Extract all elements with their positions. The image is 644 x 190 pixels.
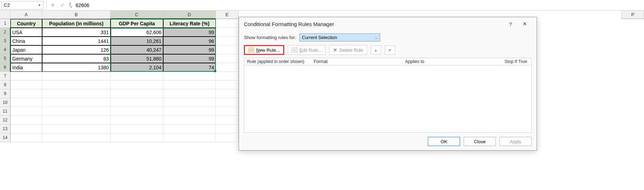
cell[interactable]: [11, 125, 42, 133]
cell[interactable]: 2,104: [111, 63, 163, 72]
cell[interactable]: [11, 81, 42, 89]
row-header[interactable]: 6: [0, 63, 11, 72]
cell[interactable]: [42, 89, 111, 98]
enter-icon[interactable]: ✓: [59, 2, 66, 8]
cell[interactable]: [111, 107, 163, 116]
edit-rule-button[interactable]: Edit Rule...: [288, 45, 326, 55]
cell[interactable]: [11, 107, 42, 116]
cell[interactable]: [111, 98, 163, 107]
move-down-button[interactable]: ▼: [385, 45, 395, 55]
col-header-B[interactable]: B: [42, 11, 111, 19]
row-header[interactable]: 14: [0, 133, 11, 142]
cell[interactable]: [42, 81, 111, 89]
cell[interactable]: [163, 72, 216, 81]
cell[interactable]: [216, 63, 239, 72]
cell[interactable]: 1441: [42, 37, 111, 45]
cell[interactable]: Germany: [11, 54, 42, 63]
cell[interactable]: [111, 81, 163, 89]
cell[interactable]: [216, 98, 239, 107]
cell[interactable]: 83: [42, 54, 111, 63]
col-header-E[interactable]: E: [216, 11, 239, 19]
cell[interactable]: [216, 81, 239, 89]
row-header[interactable]: 12: [0, 116, 11, 125]
active-cell[interactable]: 62,606: [111, 28, 163, 37]
cell[interactable]: [216, 72, 239, 81]
row-header[interactable]: 4: [0, 45, 11, 54]
cell[interactable]: [216, 125, 239, 133]
cell[interactable]: [216, 45, 239, 54]
name-box[interactable]: C2 ▼: [1, 1, 44, 10]
cell[interactable]: [163, 107, 216, 116]
cell[interactable]: [163, 81, 216, 89]
cell[interactable]: [42, 107, 111, 116]
select-all-corner[interactable]: [0, 11, 11, 19]
cell-header-population[interactable]: Population (in millions): [42, 19, 111, 28]
show-rules-select[interactable]: Current Selection ⌄: [299, 33, 380, 42]
col-header-C[interactable]: C: [111, 11, 163, 19]
cell-header-country[interactable]: Country: [11, 19, 42, 28]
cell[interactable]: [216, 28, 239, 37]
cell[interactable]: India: [11, 63, 42, 72]
cell-header-literacy[interactable]: Literacy Rate (%): [163, 19, 216, 28]
row-header[interactable]: 1: [0, 19, 11, 28]
col-header-A[interactable]: A: [11, 11, 42, 19]
cell[interactable]: 96: [163, 37, 216, 45]
cell[interactable]: [11, 133, 42, 142]
cell[interactable]: 74: [163, 63, 216, 72]
cell[interactable]: [111, 133, 163, 142]
apply-button[interactable]: Apply: [499, 137, 532, 146]
cell[interactable]: [11, 98, 42, 107]
ok-button[interactable]: OK: [428, 137, 460, 146]
close-icon[interactable]: ✕: [518, 21, 532, 27]
cell[interactable]: 1380: [42, 63, 111, 72]
rules-list[interactable]: [244, 65, 532, 133]
cell[interactable]: [42, 116, 111, 125]
help-icon[interactable]: ?: [504, 21, 518, 27]
cell[interactable]: [163, 98, 216, 107]
cell[interactable]: [216, 19, 239, 28]
cell[interactable]: [163, 125, 216, 133]
row-header[interactable]: 3: [0, 37, 11, 45]
cancel-icon[interactable]: ✕: [49, 2, 56, 8]
cell[interactable]: USA: [11, 28, 42, 37]
col-header-D[interactable]: D: [163, 11, 216, 19]
cell[interactable]: 10,261: [111, 37, 163, 45]
cell[interactable]: 99: [163, 45, 216, 54]
cell[interactable]: [163, 89, 216, 98]
cell[interactable]: [11, 89, 42, 98]
cell[interactable]: [11, 116, 42, 125]
row-header[interactable]: 10: [0, 98, 11, 107]
cell[interactable]: [163, 133, 216, 142]
row-header[interactable]: 11: [0, 107, 11, 116]
new-rule-button[interactable]: New Rule...: [244, 45, 284, 55]
cell[interactable]: 331: [42, 28, 111, 37]
cell[interactable]: [216, 37, 239, 45]
cell[interactable]: [111, 125, 163, 133]
cell[interactable]: [42, 98, 111, 107]
close-button[interactable]: Close: [464, 137, 496, 146]
cell[interactable]: [216, 107, 239, 116]
dialog-titlebar[interactable]: Conditional Formatting Rules Manager ? ✕: [239, 17, 537, 31]
cell[interactable]: [216, 54, 239, 63]
cell[interactable]: 40,247: [111, 45, 163, 54]
cell[interactable]: Japan: [11, 45, 42, 54]
cell[interactable]: 51,860: [111, 54, 163, 63]
cell[interactable]: [216, 116, 239, 125]
cell[interactable]: [111, 116, 163, 125]
cell[interactable]: [111, 89, 163, 98]
cell[interactable]: [42, 133, 111, 142]
cell[interactable]: [163, 116, 216, 125]
cell[interactable]: 99: [163, 54, 216, 63]
row-header[interactable]: 13: [0, 125, 11, 133]
row-header[interactable]: 9: [0, 89, 11, 98]
cell[interactable]: [216, 133, 239, 142]
cell[interactable]: [216, 89, 239, 98]
cell[interactable]: [111, 72, 163, 81]
row-header[interactable]: 8: [0, 81, 11, 89]
cell[interactable]: [42, 125, 111, 133]
row-header[interactable]: 2: [0, 28, 11, 37]
row-header[interactable]: 7: [0, 72, 11, 81]
cell[interactable]: China: [11, 37, 42, 45]
cell-header-gdp[interactable]: GDP Per Capita: [111, 19, 163, 28]
cell[interactable]: 99: [163, 28, 216, 37]
